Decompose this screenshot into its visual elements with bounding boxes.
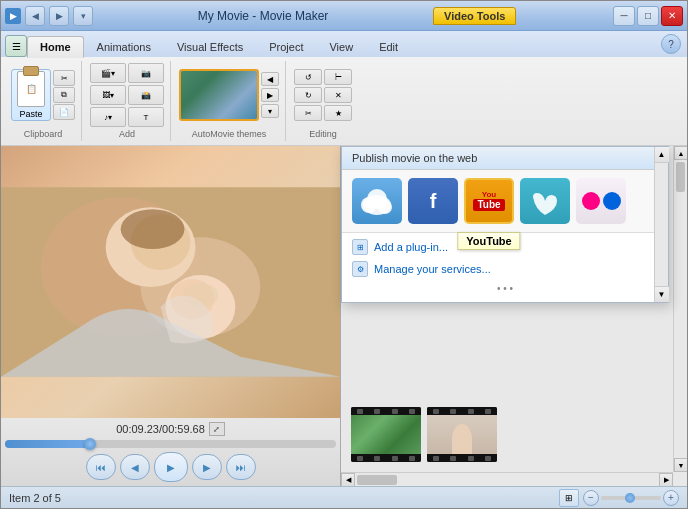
scroll-left-button[interactable]: ◀ [341, 473, 355, 487]
publish-services-row: f You Tube YouTube [342, 170, 668, 232]
automovie-next[interactable]: ▶ [261, 88, 279, 102]
h-scroll-thumb[interactable] [357, 475, 397, 485]
publish-header: Publish movie on the web [342, 147, 668, 170]
automovie-label: AutoMovie themes [192, 129, 267, 139]
film-clip-1[interactable] [351, 407, 421, 462]
tab-visual-effects[interactable]: Visual Effects [164, 36, 256, 57]
maximize-button[interactable]: □ [637, 6, 659, 26]
zoom-slider[interactable] [601, 496, 661, 500]
split-button[interactable]: ⊢ [324, 69, 352, 85]
storyboard-content: ◀ ▶ ▲ ▼ [341, 401, 687, 486]
facebook-button[interactable]: f [408, 178, 458, 224]
svg-point-7 [121, 209, 185, 249]
snap-button[interactable]: 📸 [128, 85, 164, 105]
manage-services-link[interactable]: ⚙ Manage your services... [352, 259, 658, 279]
preview-controls: 00:09.23/00:59.68 ⤢ ⏮ ◀ ▶ ▶ ⏭ [1, 418, 340, 486]
add-photos-button[interactable]: 🖼▾ [90, 85, 126, 105]
fit-to-window-button[interactable]: ⊞ [559, 489, 579, 507]
plugin-icon: ⊞ [352, 239, 368, 255]
svg-point-12 [367, 189, 387, 209]
horizontal-scrollbar: ◀ ▶ [341, 472, 673, 486]
scroll-right-button[interactable]: ▶ [659, 473, 673, 487]
app-icon: ▶ [5, 8, 21, 24]
film-hole [485, 409, 491, 414]
rotate-right-button[interactable]: ↻ [294, 87, 322, 103]
add-videos-button[interactable]: 🎬▾ [90, 63, 126, 83]
copy-button[interactable]: ⧉ [53, 87, 75, 103]
v-scroll-track [674, 401, 687, 458]
tab-view[interactable]: View [316, 36, 366, 57]
trim-button[interactable]: ✂ [294, 105, 322, 121]
fast-forward-button[interactable]: ⏭ [226, 454, 256, 480]
storyboard-pane: Publish movie on the web f [341, 146, 687, 486]
skydrive-button[interactable] [352, 178, 402, 224]
play-button[interactable]: ▶ [154, 452, 188, 482]
ribbon: ☰ Home Animations Visual Effects Project… [1, 31, 687, 146]
add-group: 🎬▾ 🖼▾ ♪▾ 📷 📸 T Add [84, 61, 171, 141]
film-clip-2[interactable] [427, 407, 497, 462]
film-hole [374, 456, 380, 461]
status-bar: Item 2 of 5 ⊞ − + [1, 486, 687, 508]
minimize-button[interactable]: ─ [613, 6, 635, 26]
remove-button[interactable]: ✕ [324, 87, 352, 103]
automovie-nav: ◀ ▶ ▾ [261, 72, 279, 118]
scroll-down-arrow[interactable]: ▼ [655, 286, 669, 302]
automovie-menu[interactable]: ▾ [261, 104, 279, 118]
more-dots: • • • [352, 281, 658, 296]
tab-home[interactable]: Home [27, 36, 84, 58]
zoom-out-button[interactable]: − [583, 490, 599, 506]
services-icon: ⚙ [352, 261, 368, 277]
help-button[interactable]: ? [661, 34, 681, 54]
rotate-left-button[interactable]: ↺ [294, 69, 322, 85]
preview-pane: 00:09.23/00:59.68 ⤢ ⏮ ◀ ▶ ▶ ⏭ [1, 146, 341, 486]
step-back-button[interactable]: ◀ [120, 454, 150, 480]
editing-buttons2: ⊢ ✕ ★ [324, 69, 352, 121]
add-content: 🎬▾ 🖼▾ ♪▾ 📷 📸 T [90, 63, 164, 127]
window-controls: ─ □ ✕ [613, 6, 683, 26]
cloud-icon [359, 187, 395, 215]
forward-button[interactable]: ▶ [49, 6, 69, 26]
add-label: Add [119, 129, 135, 139]
vimeo-button[interactable] [520, 178, 570, 224]
main-window: ▶ ◀ ▶ ▾ My Movie - Movie Maker Video Too… [0, 0, 688, 509]
flickr-button[interactable] [576, 178, 626, 224]
status-text: Item 2 of 5 [9, 492, 551, 504]
back-button[interactable]: ◀ [25, 6, 45, 26]
automovie-theme-thumb[interactable] [179, 69, 259, 121]
zoom-in-button[interactable]: + [663, 490, 679, 506]
step-forward-button[interactable]: ▶ [192, 454, 222, 480]
paste-label: Paste [19, 109, 42, 119]
person-shape [452, 424, 472, 454]
expand-preview-button[interactable]: ⤢ [209, 422, 225, 436]
seek-progress [5, 440, 88, 448]
scroll-up-arrow[interactable]: ▲ [655, 147, 669, 163]
film-hole [392, 409, 398, 414]
webcam-button[interactable]: 📷 [128, 63, 164, 83]
cut-button[interactable]: ✂ [53, 70, 75, 86]
automovie-prev[interactable]: ◀ [261, 72, 279, 86]
editing-group: ↺ ↻ ✂ ⊢ ✕ ★ Editing [288, 61, 358, 141]
tab-project[interactable]: Project [256, 36, 316, 57]
title-button[interactable]: T [128, 107, 164, 127]
add-music-button[interactable]: ♪▾ [90, 107, 126, 127]
seek-thumb [84, 438, 96, 450]
clipboard-content: 📋 Paste ✂ ⧉ 📄 [11, 63, 75, 127]
film-content-1 [351, 415, 421, 454]
storyboard-row-1 [341, 401, 687, 468]
rewind-button[interactable]: ⏮ [86, 454, 116, 480]
tab-edit[interactable]: Edit [366, 36, 411, 57]
paste-special-button[interactable]: 📄 [53, 104, 75, 120]
clipboard-group: 📋 Paste ✂ ⧉ 📄 Clipboard [5, 61, 82, 141]
v-scroll-down-button[interactable]: ▼ [674, 458, 687, 472]
paste-button[interactable]: 📋 Paste [11, 69, 51, 121]
quick-access-button[interactable]: ☰ [5, 35, 27, 57]
publish-dropdown: Publish movie on the web f [341, 146, 669, 303]
close-button[interactable]: ✕ [661, 6, 683, 26]
down-button[interactable]: ▾ [73, 6, 93, 26]
tab-animations[interactable]: Animations [84, 36, 164, 57]
film-hole [409, 456, 415, 461]
seek-bar[interactable] [5, 440, 336, 448]
effects-button[interactable]: ★ [324, 105, 352, 121]
youtube-button[interactable]: You Tube YouTube [464, 178, 514, 224]
scroll-track [660, 163, 664, 286]
